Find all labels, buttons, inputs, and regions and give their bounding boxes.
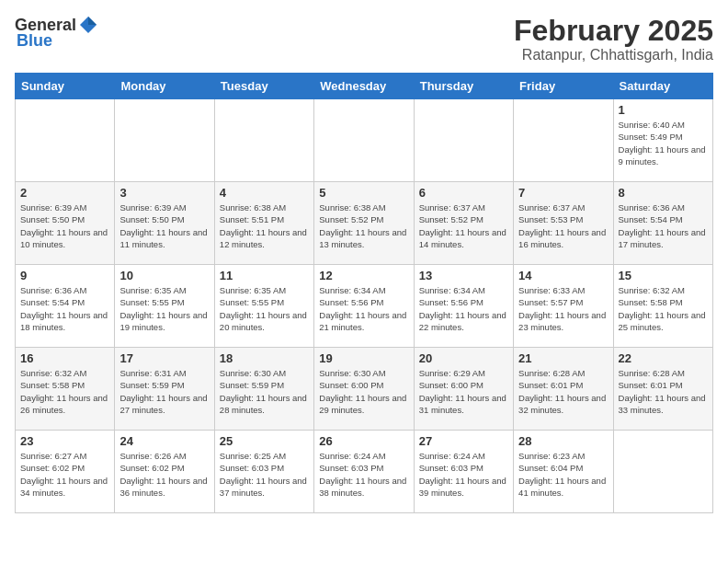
day-info: Sunrise: 6:35 AMSunset: 5:55 PMDaylight:… [220, 285, 307, 332]
day-number: 1 [619, 103, 708, 117]
calendar-cell [414, 99, 513, 182]
calendar-cell: 23 Sunrise: 6:27 AMSunset: 6:02 PMDaylig… [16, 431, 115, 513]
calendar-cell: 25 Sunrise: 6:25 AMSunset: 6:03 PMDaylig… [214, 431, 313, 513]
day-number: 18 [220, 351, 309, 365]
page-header: General Blue February 2025 Ratanpur, Chh… [15, 15, 713, 63]
calendar-cell: 15 Sunrise: 6:32 AMSunset: 5:58 PMDaylig… [613, 265, 712, 348]
week-row-1: 1 Sunrise: 6:40 AMSunset: 5:49 PMDayligh… [16, 99, 713, 182]
calendar-cell: 4 Sunrise: 6:38 AMSunset: 5:51 PMDayligh… [214, 182, 313, 265]
day-number: 8 [619, 186, 708, 200]
day-info: Sunrise: 6:31 AMSunset: 5:59 PMDaylight:… [119, 368, 207, 415]
svg-marker-1 [88, 17, 97, 25]
header-friday: Friday [514, 74, 613, 99]
day-info: Sunrise: 6:37 AMSunset: 5:53 PMDaylight:… [518, 202, 606, 249]
day-number: 22 [619, 351, 708, 365]
day-number: 4 [220, 186, 309, 200]
day-info: Sunrise: 6:36 AMSunset: 5:54 PMDaylight:… [619, 202, 706, 249]
day-info: Sunrise: 6:40 AMSunset: 5:49 PMDaylight:… [619, 120, 706, 167]
day-number: 12 [319, 269, 408, 282]
calendar-cell: 28 Sunrise: 6:23 AMSunset: 6:04 PMDaylig… [514, 431, 613, 513]
day-number: 11 [220, 269, 309, 282]
day-number: 10 [119, 269, 209, 282]
calendar-cell [514, 99, 613, 182]
calendar-cell [214, 99, 313, 182]
calendar-cell [613, 431, 712, 513]
calendar-cell: 18 Sunrise: 6:30 AMSunset: 5:59 PMDaylig… [214, 348, 313, 431]
day-number: 5 [319, 186, 408, 200]
day-info: Sunrise: 6:35 AMSunset: 5:55 PMDaylight:… [119, 285, 207, 332]
calendar-cell [115, 99, 214, 182]
day-info: Sunrise: 6:39 AMSunset: 5:50 PMDaylight:… [20, 202, 108, 249]
calendar-cell: 27 Sunrise: 6:24 AMSunset: 6:03 PMDaylig… [414, 431, 513, 513]
day-info: Sunrise: 6:30 AMSunset: 6:00 PMDaylight:… [319, 368, 406, 415]
week-row-4: 16 Sunrise: 6:32 AMSunset: 5:58 PMDaylig… [16, 348, 713, 431]
calendar-title: February 2025 [514, 15, 713, 47]
day-number: 19 [319, 351, 408, 365]
day-info: Sunrise: 6:29 AMSunset: 6:00 PMDaylight:… [419, 368, 506, 415]
day-info: Sunrise: 6:38 AMSunset: 5:52 PMDaylight:… [319, 202, 406, 249]
day-number: 15 [619, 269, 708, 282]
day-info: Sunrise: 6:24 AMSunset: 6:03 PMDaylight:… [419, 451, 506, 498]
day-number: 23 [20, 434, 109, 448]
calendar-cell: 1 Sunrise: 6:40 AMSunset: 5:49 PMDayligh… [613, 99, 712, 182]
day-info: Sunrise: 6:27 AMSunset: 6:02 PMDaylight:… [20, 451, 108, 498]
day-number: 17 [119, 351, 209, 365]
day-info: Sunrise: 6:34 AMSunset: 5:56 PMDaylight:… [419, 285, 506, 332]
calendar-cell: 2 Sunrise: 6:39 AMSunset: 5:50 PMDayligh… [16, 182, 115, 265]
day-info: Sunrise: 6:33 AMSunset: 5:57 PMDaylight:… [518, 285, 606, 332]
header-sunday: Sunday [16, 74, 115, 99]
day-number: 26 [319, 434, 408, 448]
calendar-cell: 20 Sunrise: 6:29 AMSunset: 6:00 PMDaylig… [414, 348, 513, 431]
header-saturday: Saturday [613, 74, 712, 99]
day-number: 3 [119, 186, 209, 200]
calendar-cell: 8 Sunrise: 6:36 AMSunset: 5:54 PMDayligh… [613, 182, 712, 265]
logo-flag-icon [78, 15, 98, 35]
header-monday: Monday [115, 74, 214, 99]
header-thursday: Thursday [414, 74, 513, 99]
week-row-2: 2 Sunrise: 6:39 AMSunset: 5:50 PMDayligh… [16, 182, 713, 265]
calendar-cell: 26 Sunrise: 6:24 AMSunset: 6:03 PMDaylig… [314, 431, 414, 513]
calendar-cell: 5 Sunrise: 6:38 AMSunset: 5:52 PMDayligh… [314, 182, 414, 265]
day-info: Sunrise: 6:34 AMSunset: 5:56 PMDaylight:… [319, 285, 406, 332]
week-row-3: 9 Sunrise: 6:36 AMSunset: 5:54 PMDayligh… [16, 265, 713, 348]
day-info: Sunrise: 6:37 AMSunset: 5:52 PMDaylight:… [419, 202, 506, 249]
calendar-cell: 13 Sunrise: 6:34 AMSunset: 5:56 PMDaylig… [414, 265, 513, 348]
day-info: Sunrise: 6:23 AMSunset: 6:04 PMDaylight:… [518, 451, 606, 498]
calendar-cell: 3 Sunrise: 6:39 AMSunset: 5:50 PMDayligh… [115, 182, 214, 265]
calendar-cell: 10 Sunrise: 6:35 AMSunset: 5:55 PMDaylig… [115, 265, 214, 348]
day-number: 20 [419, 351, 508, 365]
calendar-cell: 14 Sunrise: 6:33 AMSunset: 5:57 PMDaylig… [514, 265, 613, 348]
calendar-table: Sunday Monday Tuesday Wednesday Thursday… [15, 73, 713, 513]
day-number: 28 [518, 434, 608, 448]
day-number: 2 [20, 186, 109, 200]
calendar-cell [314, 99, 414, 182]
calendar-cell: 11 Sunrise: 6:35 AMSunset: 5:55 PMDaylig… [214, 265, 313, 348]
calendar-cell: 16 Sunrise: 6:32 AMSunset: 5:58 PMDaylig… [16, 348, 115, 431]
logo: General Blue [15, 15, 98, 51]
calendar-cell: 17 Sunrise: 6:31 AMSunset: 5:59 PMDaylig… [115, 348, 214, 431]
day-info: Sunrise: 6:32 AMSunset: 5:58 PMDaylight:… [20, 368, 108, 415]
day-info: Sunrise: 6:39 AMSunset: 5:50 PMDaylight:… [119, 202, 207, 249]
calendar-subtitle: Ratanpur, Chhattisgarh, India [514, 47, 713, 63]
day-info: Sunrise: 6:38 AMSunset: 5:51 PMDaylight:… [220, 202, 307, 249]
day-info: Sunrise: 6:28 AMSunset: 6:01 PMDaylight:… [518, 368, 606, 415]
calendar-cell: 12 Sunrise: 6:34 AMSunset: 5:56 PMDaylig… [314, 265, 414, 348]
day-number: 24 [119, 434, 209, 448]
day-number: 7 [518, 186, 608, 200]
day-number: 25 [220, 434, 309, 448]
calendar-cell: 24 Sunrise: 6:26 AMSunset: 6:02 PMDaylig… [115, 431, 214, 513]
day-number: 6 [419, 186, 508, 200]
day-info: Sunrise: 6:32 AMSunset: 5:58 PMDaylight:… [619, 285, 706, 332]
day-info: Sunrise: 6:25 AMSunset: 6:03 PMDaylight:… [220, 451, 307, 498]
day-info: Sunrise: 6:24 AMSunset: 6:03 PMDaylight:… [319, 451, 406, 498]
day-number: 13 [419, 269, 508, 282]
calendar-cell [16, 99, 115, 182]
calendar-cell: 7 Sunrise: 6:37 AMSunset: 5:53 PMDayligh… [514, 182, 613, 265]
title-block: February 2025 Ratanpur, Chhattisgarh, In… [514, 15, 713, 63]
day-number: 27 [419, 434, 508, 448]
header-tuesday: Tuesday [214, 74, 313, 99]
day-number: 16 [20, 351, 109, 365]
calendar-cell: 21 Sunrise: 6:28 AMSunset: 6:01 PMDaylig… [514, 348, 613, 431]
calendar-cell: 6 Sunrise: 6:37 AMSunset: 5:52 PMDayligh… [414, 182, 513, 265]
logo-blue-text: Blue [17, 31, 52, 51]
